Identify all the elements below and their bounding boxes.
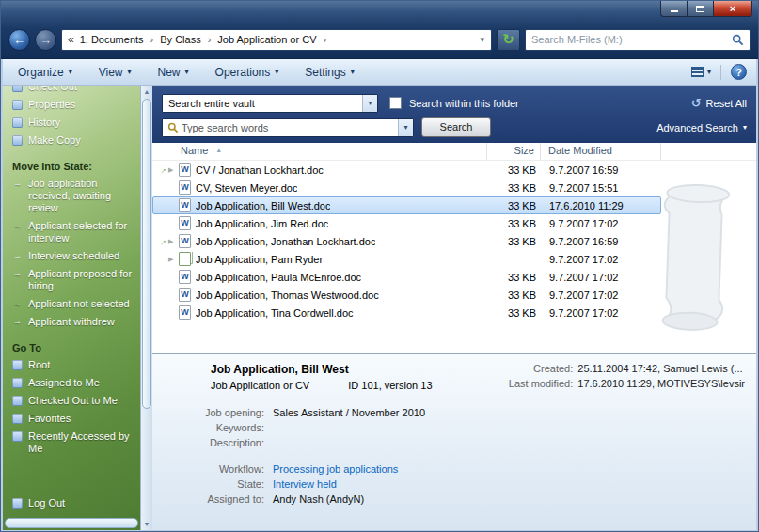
reset-all-label: Reset All [706,98,747,109]
breadcrumb-item-documents[interactable]: 1. Documents [78,34,146,45]
search-scope-dropdown[interactable]: Search entire vault ▾ [162,94,378,113]
search-within-folder-checkbox[interactable] [389,97,402,109]
sidebar-item-logout[interactable]: Log Out [12,494,136,512]
chevron-down-icon[interactable]: ▾ [398,119,413,136]
sidebar-vertical-scrollbar[interactable]: ▲ ▼ [140,86,152,530]
window-controls: × [660,1,752,17]
refresh-button[interactable]: ↻ [497,29,520,51]
file-date-modified: 9.7.2007 17:02 [542,289,660,301]
file-row-band: → ▶ W CV, Steven Meyer.doc 33 KB 9.7.200… [152,179,661,196]
chevron-down-icon: ▾ [707,68,711,76]
menu-settings[interactable]: Settings▾ [305,66,354,79]
field-value[interactable]: Processing job applications [273,463,398,475]
word-document-icon: W [179,288,191,302]
search-words-input[interactable] [182,122,398,133]
vault-search-input[interactable] [526,34,732,45]
sidebar-item[interactable]: Check Out [12,86,136,96]
file-name: Job Application, Bill West.doc [196,200,330,211]
file-row[interactable]: → ▶ W Job Application, Tina Cordwell.doc… [152,304,756,321]
file-row[interactable]: → ▶ W Job Application, Jim Red.doc 33 KB… [152,214,756,232]
sidebar-item[interactable]: Favorites [12,410,136,428]
breadcrumb-dropdown-icon[interactable]: ▾ [475,35,489,44]
file-name-cell: → ▶ W Job Application, Thomas Westwood.d… [153,288,488,302]
file-row[interactable]: → ▶ W Job Application, Thomas Westwood.d… [152,286,756,304]
sidebar-item[interactable]: Make Copy [12,132,136,149]
menu-view[interactable]: View▾ [99,66,132,79]
file-row-band: → ▶ Job Application, Pam Ryder 9.7.2007 … [152,250,661,268]
menu-organize[interactable]: Organize▾ [18,66,72,79]
sidebar-item[interactable]: → Applicant selected for interview [12,217,136,247]
menu-operations[interactable]: Operations▾ [215,66,279,79]
chevron-down-icon: ▾ [275,68,278,76]
file-name: Job Application, Jim Red.doc [196,218,328,229]
sidebar-item[interactable]: Checked Out to Me [12,392,136,410]
content-area: Check Out Properties History Make Copy M… [3,86,756,530]
file-row[interactable]: → ▶ W CV / Jonathan Lockhart.doc 33 KB 9… [152,161,756,179]
expand-arrow-icon[interactable]: ▶ [168,166,179,174]
column-header-size[interactable]: Size [487,143,541,160]
expand-arrow-icon[interactable]: ▶ [168,238,179,245]
change-view-button[interactable]: ▾ [691,67,711,77]
search-within-folder-label[interactable]: Search within this folder [409,98,519,109]
file-row[interactable]: → ▶ W Job Application, Jonathan Lockhart… [152,232,756,250]
sidebar-item[interactable]: Recently Accessed by Me [12,428,136,458]
file-row[interactable]: → ▶ Job Application, Pam Ryder 9.7.2007 … [152,250,756,268]
file-row[interactable]: → ▶ W CV, Steven Meyer.doc 33 KB 9.7.200… [152,179,756,196]
reset-all-button[interactable]: ↺ Reset All [691,96,747,110]
file-date-modified: 9.7.2007 17:02 [542,218,660,229]
maximize-button[interactable] [688,1,713,17]
breadcrumb-collapse-icon[interactable]: « [64,33,78,46]
sidebar-item[interactable]: Assigned to Me [12,374,136,392]
chevron-down-icon: ▾ [185,68,189,76]
search-words-combo[interactable]: ▾ [162,118,414,137]
column-header-date-modified[interactable]: Date Modified [541,143,661,160]
breadcrumb-item-jobapplication[interactable]: Job Application or CV [215,34,318,45]
column-header-name[interactable]: Name▲ [152,143,487,160]
list-view-icon [691,67,704,77]
scroll-down-icon[interactable]: ▼ [141,518,152,530]
last-modified-value: 17.6.2010 11:29, MOTIVESYS\levsir [577,378,745,389]
sidebar-item-label: Checked Out to Me [28,395,118,407]
minimize-button[interactable] [660,1,688,17]
sidebar-goto: Root Assigned to Me Checked Out to Me Fa… [12,356,136,458]
sidebar-item[interactable]: Root [12,356,136,374]
metadata-field-row: Keywords: [164,420,745,435]
scrollbar-thumb[interactable] [142,99,151,409]
sidebar-item[interactable]: History [12,114,136,132]
sidebar-item[interactable]: Properties [12,96,136,114]
advanced-search-button[interactable]: Advanced Search ▾ [656,122,747,133]
sidebar-item-label: Applicant not selected [28,298,130,310]
forward-button[interactable]: → [35,29,56,51]
word-document-icon: W [179,180,191,195]
chevron-down-icon: ▾ [69,68,72,76]
sidebar-item[interactable]: → Applicant withdrew [12,313,136,331]
sidebar-item[interactable]: → Interview scheduled [12,247,136,265]
file-row[interactable]: → ▶ W Job Application, Paula McEnroe.doc… [152,268,756,286]
close-button[interactable]: × [713,1,752,17]
word-document-icon: W [179,234,191,248]
file-row[interactable]: → ▶ W Job Application, Bill West.doc 33 … [152,196,756,214]
file-name: CV, Steven Meyer.doc [196,182,297,194]
advanced-search-label: Advanced Search [656,122,738,133]
sidebar-item[interactable]: → Job application received, awaiting rev… [12,175,136,217]
breadcrumb-item-byclass[interactable]: By Class [158,34,202,45]
field-value[interactable]: Interview held [273,478,337,490]
column-header-filler [661,143,756,160]
sidebar-item[interactable]: → Applicant not selected [12,295,136,313]
sidebar-horizontal-scrollbar[interactable] [5,518,138,528]
breadcrumb[interactable]: « 1. Documents › By Class › Job Applicat… [61,29,492,51]
back-button[interactable]: ← [8,29,30,51]
expand-arrow-icon[interactable]: ▶ [168,256,179,263]
scroll-up-icon[interactable]: ▲ [141,86,152,98]
chevron-down-icon[interactable]: ▾ [362,95,377,112]
help-button[interactable]: ? [731,64,747,80]
vault-search-box[interactable] [525,29,751,51]
metadata-audit-block: Created: 25.11.2004 17:42, Samuel Lewis … [509,363,745,389]
word-letter: W [181,201,189,210]
search-icon [732,34,744,46]
menu-new[interactable]: New▾ [158,66,189,79]
sidebar-item[interactable]: → Applicant proposed for hiring [12,265,136,295]
last-modified-label: Last modified: [509,378,573,389]
search-button[interactable]: Search [421,117,491,137]
file-name-cell: → ▶ W CV / Jonathan Lockhart.doc [153,163,488,177]
